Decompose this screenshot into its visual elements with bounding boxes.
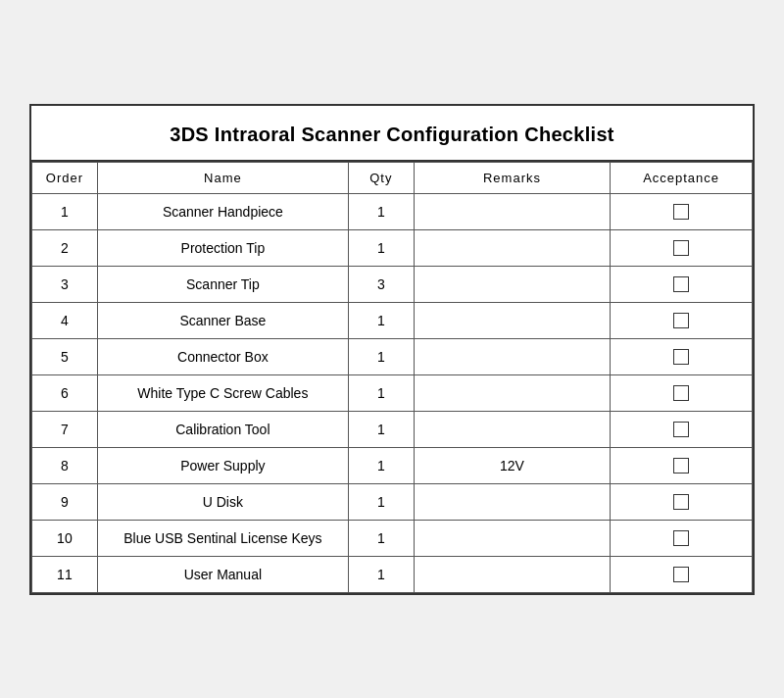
cell-order: 11	[32, 556, 98, 592]
cell-remarks	[414, 338, 610, 374]
cell-remarks	[414, 556, 610, 592]
cell-qty: 1	[348, 302, 414, 338]
cell-qty: 3	[348, 266, 414, 302]
acceptance-checkbox[interactable]	[673, 313, 689, 328]
cell-acceptance	[611, 302, 753, 338]
cell-order: 6	[32, 374, 98, 411]
cell-order: 7	[32, 411, 98, 447]
table-row: 3Scanner Tip3	[32, 266, 753, 302]
header-qty: Qty	[348, 162, 414, 193]
table-row: 5Connector Box1	[32, 338, 753, 374]
cell-name: Protection Tip	[97, 229, 348, 266]
acceptance-checkbox[interactable]	[673, 422, 689, 437]
cell-name: U Disk	[97, 483, 348, 520]
cell-qty: 1	[348, 447, 414, 483]
cell-remarks	[414, 193, 610, 229]
table-row: 10Blue USB Sentinal License Keys1	[32, 520, 753, 556]
table-header-row: Order Name Qty Remarks Acceptance	[32, 162, 753, 193]
table-row: 9U Disk1	[32, 483, 753, 520]
table-row: 6White Type C Screw Cables1	[32, 374, 753, 411]
cell-qty: 1	[348, 556, 414, 592]
acceptance-checkbox[interactable]	[673, 204, 689, 220]
checklist-table: Order Name Qty Remarks Acceptance 1Scann…	[31, 162, 753, 593]
acceptance-checkbox[interactable]	[673, 349, 689, 365]
cell-qty: 1	[348, 483, 414, 520]
cell-qty: 1	[348, 193, 414, 229]
cell-name: Blue USB Sentinal License Keys	[97, 520, 348, 556]
cell-qty: 1	[348, 374, 414, 411]
cell-name: Scanner Base	[97, 302, 348, 338]
table-row: 11User Manual1	[32, 556, 753, 592]
acceptance-checkbox[interactable]	[673, 240, 689, 256]
cell-order: 9	[32, 483, 98, 520]
cell-remarks: 12V	[414, 447, 610, 483]
header-acceptance: Acceptance	[611, 162, 753, 193]
table-row: 2Protection Tip1	[32, 229, 753, 266]
cell-acceptance	[611, 374, 753, 411]
cell-remarks	[414, 483, 610, 520]
acceptance-checkbox[interactable]	[673, 276, 689, 292]
acceptance-checkbox[interactable]	[673, 567, 689, 582]
cell-name: White Type C Screw Cables	[97, 374, 348, 411]
table-row: 1Scanner Handpiece1	[32, 193, 753, 229]
cell-acceptance	[611, 193, 753, 229]
cell-name: User Manual	[97, 556, 348, 592]
header-remarks: Remarks	[414, 162, 610, 193]
cell-name: Calibration Tool	[97, 411, 348, 447]
acceptance-checkbox[interactable]	[673, 458, 689, 474]
cell-order: 8	[32, 447, 98, 483]
table-row: 4Scanner Base1	[32, 302, 753, 338]
cell-acceptance	[611, 229, 753, 266]
cell-qty: 1	[348, 338, 414, 374]
cell-order: 5	[32, 338, 98, 374]
cell-acceptance	[611, 411, 753, 447]
cell-remarks	[414, 266, 610, 302]
acceptance-checkbox[interactable]	[673, 494, 689, 510]
cell-name: Scanner Tip	[97, 266, 348, 302]
cell-order: 10	[32, 520, 98, 556]
cell-acceptance	[611, 556, 753, 592]
cell-order: 2	[32, 229, 98, 266]
table-body: 1Scanner Handpiece12Protection Tip13Scan…	[32, 193, 753, 592]
cell-order: 3	[32, 266, 98, 302]
header-name: Name	[97, 162, 348, 193]
cell-acceptance	[611, 520, 753, 556]
header-order: Order	[32, 162, 98, 193]
cell-remarks	[414, 229, 610, 266]
cell-remarks	[414, 302, 610, 338]
checklist-container: 3DS Intraoral Scanner Configuration Chec…	[29, 104, 755, 595]
cell-qty: 1	[348, 520, 414, 556]
cell-qty: 1	[348, 411, 414, 447]
cell-order: 4	[32, 302, 98, 338]
cell-acceptance	[611, 483, 753, 520]
cell-name: Power Supply	[97, 447, 348, 483]
cell-acceptance	[611, 266, 753, 302]
cell-remarks	[414, 520, 610, 556]
cell-name: Scanner Handpiece	[97, 193, 348, 229]
cell-remarks	[414, 411, 610, 447]
cell-acceptance	[611, 338, 753, 374]
cell-order: 1	[32, 193, 98, 229]
acceptance-checkbox[interactable]	[673, 530, 689, 546]
cell-acceptance	[611, 447, 753, 483]
acceptance-checkbox[interactable]	[673, 385, 689, 401]
cell-remarks	[414, 374, 610, 411]
cell-name: Connector Box	[97, 338, 348, 374]
table-row: 8Power Supply112V	[32, 447, 753, 483]
cell-qty: 1	[348, 229, 414, 266]
checklist-title: 3DS Intraoral Scanner Configuration Chec…	[31, 106, 753, 162]
table-row: 7Calibration Tool1	[32, 411, 753, 447]
